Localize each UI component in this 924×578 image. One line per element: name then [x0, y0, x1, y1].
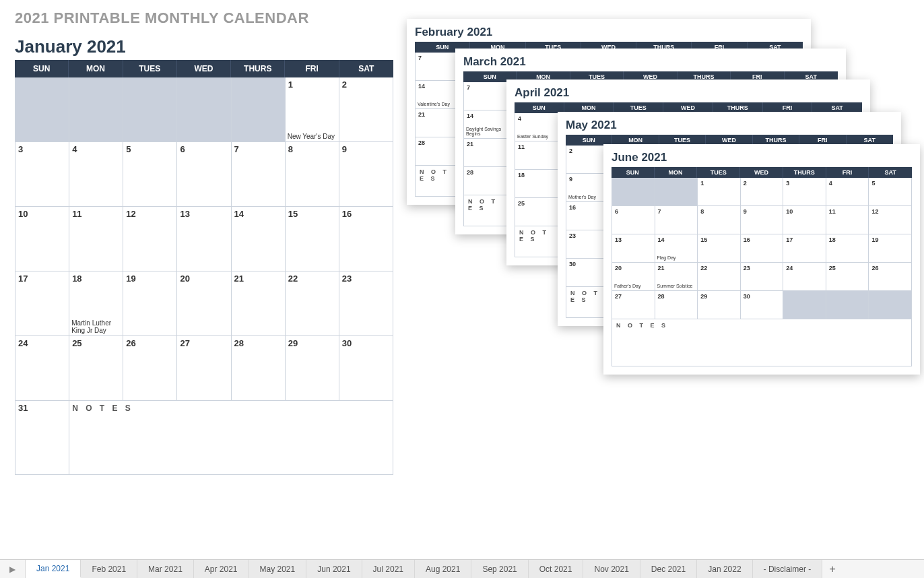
calendar-cell[interactable]: [655, 178, 698, 206]
calendar-cell[interactable]: 31: [15, 401, 69, 475]
calendar-cell[interactable]: [69, 77, 123, 142]
sheet-tab[interactable]: Jul 2021: [362, 560, 415, 578]
calendar-cell[interactable]: 20: [177, 271, 231, 336]
sheet-tab[interactable]: Jun 2021: [306, 560, 362, 578]
calendar-cell[interactable]: 3: [783, 178, 826, 206]
calendar-cell[interactable]: 27: [177, 336, 231, 401]
calendar-cell[interactable]: 18Martin Luther King Jr Day: [69, 271, 123, 336]
calendar-cell[interactable]: 20Father's Day: [612, 263, 655, 291]
calendar-cell[interactable]: 19: [869, 234, 912, 263]
calendar-cell[interactable]: [123, 77, 177, 142]
calendar-cell[interactable]: [612, 178, 655, 206]
calendar-cell[interactable]: 1New Year's Day: [286, 77, 339, 142]
calendar-cell[interactable]: 29: [698, 291, 741, 319]
calendar-cell[interactable]: 28: [655, 291, 698, 319]
calendar-cell[interactable]: 30: [741, 291, 784, 319]
sheet-tab[interactable]: Sep 2021: [471, 560, 528, 578]
calendar-cell[interactable]: 14: [232, 207, 286, 271]
calendar-cell[interactable]: 19: [123, 271, 177, 336]
calendar-cell[interactable]: 5: [123, 142, 177, 207]
calendar-cell[interactable]: 10: [15, 207, 69, 271]
calendar-cell[interactable]: 25: [69, 336, 123, 401]
calendar-cell[interactable]: 3: [15, 142, 69, 207]
calendar-cell[interactable]: 13: [612, 234, 655, 263]
sheet-tab[interactable]: May 2021: [249, 560, 307, 578]
event-label: New Year's Day: [288, 133, 337, 140]
calendar-cell[interactable]: 21: [232, 271, 286, 336]
calendar-cell[interactable]: 22: [698, 263, 741, 291]
notes-label[interactable]: N O T E S: [69, 401, 393, 475]
calendar-cell[interactable]: 2: [339, 77, 393, 142]
calendar-cell[interactable]: 23: [741, 263, 784, 291]
calendar-cell[interactable]: 28: [464, 167, 511, 195]
sheet-tab[interactable]: Dec 2021: [640, 560, 697, 578]
sheet-tab[interactable]: Mar 2021: [137, 560, 194, 578]
calendar-cell[interactable]: 11: [515, 141, 562, 170]
calendar-cell[interactable]: 4: [826, 178, 869, 206]
add-sheet-button[interactable]: +: [822, 560, 843, 578]
calendar-cell[interactable]: 5: [869, 178, 912, 206]
calendar-cell[interactable]: 21: [464, 139, 511, 167]
calendar-cell[interactable]: 11: [826, 206, 869, 234]
sheet-tab[interactable]: Jan 2022: [697, 560, 752, 578]
calendar-cell[interactable]: 17: [783, 234, 826, 263]
calendar-cell[interactable]: 11: [69, 207, 123, 271]
calendar-cell[interactable]: 16: [741, 234, 784, 263]
calendar-cell[interactable]: 7: [655, 206, 698, 234]
calendar-cell[interactable]: 28: [232, 336, 286, 401]
calendar-cell[interactable]: 2: [741, 178, 784, 206]
sheet-tab[interactable]: Feb 2021: [81, 560, 137, 578]
calendar-cell[interactable]: 15: [698, 234, 741, 263]
calendar-cell[interactable]: 9: [339, 142, 393, 207]
calendar-cell[interactable]: 14Flag Day: [655, 234, 698, 263]
calendar-cell[interactable]: 25: [826, 263, 869, 291]
calendar-cell[interactable]: 9: [741, 206, 784, 234]
calendar-cell[interactable]: 21Summer Solstice: [655, 263, 698, 291]
sheet-tab[interactable]: Nov 2021: [583, 560, 640, 578]
sheet-tab[interactable]: Oct 2021: [529, 560, 584, 578]
calendar-cell[interactable]: 13: [177, 207, 231, 271]
calendar-cell[interactable]: [232, 77, 286, 142]
sheet-tab[interactable]: Jan 2021: [26, 560, 81, 578]
calendar-cell[interactable]: 6: [612, 206, 655, 234]
calendar-cell[interactable]: 22: [286, 271, 339, 336]
calendar-cell[interactable]: 26: [123, 336, 177, 401]
sheet-tab[interactable]: Apr 2021: [194, 560, 249, 578]
calendar-cell[interactable]: 16: [339, 207, 393, 271]
calendar-cell[interactable]: 15: [286, 207, 339, 271]
calendar-cell[interactable]: [869, 291, 912, 319]
calendar-cell[interactable]: [783, 291, 826, 319]
calendar-cell[interactable]: [826, 291, 869, 319]
calendar-cell[interactable]: 18: [826, 234, 869, 263]
notes-label[interactable]: N O T E S: [515, 226, 562, 257]
sheet-tab[interactable]: Aug 2021: [415, 560, 471, 578]
calendar-cell[interactable]: 24: [15, 336, 69, 401]
sheet-tab[interactable]: - Disclaimer -: [753, 560, 823, 578]
calendar-cell[interactable]: [15, 77, 69, 142]
calendar-cell[interactable]: 4Easter Sunday: [515, 113, 562, 141]
calendar-cell[interactable]: 7: [464, 82, 511, 110]
calendar-cell[interactable]: 18: [515, 170, 562, 198]
calendar-cell[interactable]: 17: [15, 271, 69, 336]
calendar-cell[interactable]: 8: [286, 142, 339, 207]
calendar-cell[interactable]: 27: [612, 291, 655, 319]
calendar-cell[interactable]: 1: [698, 178, 741, 206]
calendar-cell[interactable]: 8: [698, 206, 741, 234]
calendar-cell[interactable]: [177, 77, 231, 142]
calendar-cell[interactable]: 6: [177, 142, 231, 207]
notes-label[interactable]: N O T E S: [463, 195, 510, 226]
tab-scroll-arrow-icon[interactable]: ▶: [0, 560, 26, 578]
calendar-cell[interactable]: 24: [783, 263, 826, 291]
calendar-cell[interactable]: 14Daylight Savings Begins: [464, 110, 511, 139]
calendar-cell[interactable]: 23: [339, 271, 393, 336]
calendar-cell[interactable]: 10: [783, 206, 826, 234]
calendar-cell[interactable]: 7: [232, 142, 286, 207]
calendar-cell[interactable]: 29: [286, 336, 339, 401]
notes-label[interactable]: N O T E S: [612, 319, 912, 366]
calendar-cell[interactable]: 30: [339, 336, 393, 401]
calendar-cell[interactable]: 12: [123, 207, 177, 271]
calendar-cell[interactable]: 4: [69, 142, 123, 207]
calendar-cell[interactable]: 12: [869, 206, 912, 234]
calendar-cell[interactable]: 25: [515, 198, 562, 226]
calendar-cell[interactable]: 26: [869, 263, 912, 291]
